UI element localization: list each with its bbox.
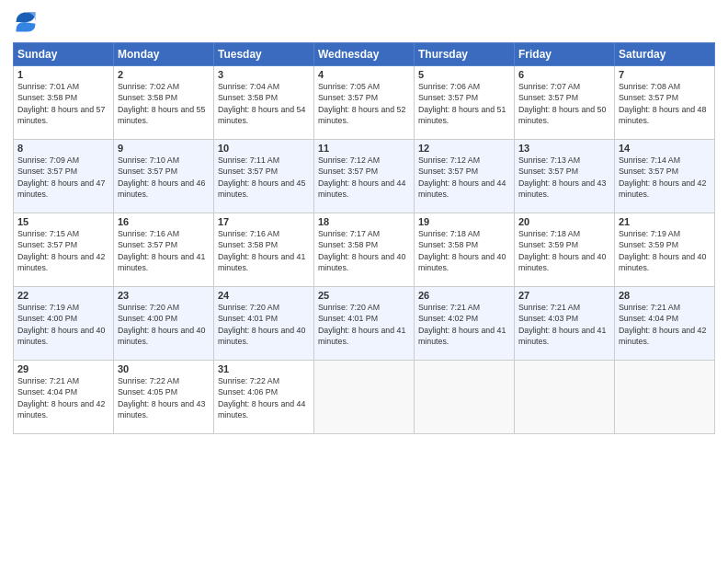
day-number: 18: [318, 216, 410, 227]
daylight: Daylight: 8 hours and 50 minutes.: [518, 105, 606, 125]
sunrise: Sunrise: 7:19 AM: [17, 303, 79, 312]
day-number: 20: [518, 216, 610, 227]
day-number: 15: [17, 216, 109, 227]
week-row-2: 8 Sunrise: 7:09 AM Sunset: 3:57 PM Dayli…: [14, 140, 715, 213]
sunrise: Sunrise: 7:12 AM: [318, 155, 380, 165]
calendar-cell: 2 Sunrise: 7:02 AM Sunset: 3:58 PM Dayli…: [114, 66, 214, 140]
calendar-table: SundayMondayTuesdayWednesdayThursdayFrid…: [13, 42, 715, 434]
sunrise: Sunrise: 7:13 AM: [518, 155, 580, 165]
sunrise: Sunrise: 7:22 AM: [218, 376, 279, 385]
sunrise: Sunrise: 7:20 AM: [118, 303, 179, 312]
sunrise: Sunrise: 7:12 AM: [418, 155, 480, 165]
day-number: 7: [619, 69, 711, 80]
logo: [13, 9, 42, 35]
calendar-cell: 31 Sunrise: 7:22 AM Sunset: 4:06 PM Dayl…: [214, 361, 314, 434]
day-number: 31: [218, 363, 310, 374]
calendar-header-sunday: Sunday: [14, 43, 114, 66]
day-info: Sunrise: 7:20 AM Sunset: 4:00 PM Dayligh…: [118, 302, 210, 347]
sunrise: Sunrise: 7:05 AM: [318, 82, 380, 91]
sunrise: Sunrise: 7:06 AM: [418, 82, 480, 91]
day-number: 19: [418, 216, 510, 227]
daylight: Daylight: 8 hours and 48 minutes.: [619, 105, 706, 125]
calendar-cell: 12 Sunrise: 7:12 AM Sunset: 3:57 PM Dayl…: [415, 140, 515, 213]
sunrise: Sunrise: 7:11 AM: [218, 155, 279, 165]
calendar-cell: 26 Sunrise: 7:21 AM Sunset: 4:02 PM Dayl…: [415, 287, 515, 361]
calendar-cell: 9 Sunrise: 7:10 AM Sunset: 3:57 PM Dayli…: [114, 140, 214, 213]
daylight: Daylight: 8 hours and 41 minutes.: [218, 252, 305, 272]
day-info: Sunrise: 7:07 AM Sunset: 3:57 PM Dayligh…: [518, 81, 610, 126]
calendar-cell: 16 Sunrise: 7:16 AM Sunset: 3:57 PM Dayl…: [114, 213, 214, 287]
day-info: Sunrise: 7:12 AM Sunset: 3:57 PM Dayligh…: [418, 155, 510, 200]
sunset: Sunset: 3:57 PM: [118, 240, 177, 249]
sunrise: Sunrise: 7:20 AM: [318, 303, 380, 312]
calendar-cell: 4 Sunrise: 7:05 AM Sunset: 3:57 PM Dayli…: [314, 66, 415, 140]
day-info: Sunrise: 7:04 AM Sunset: 3:58 PM Dayligh…: [218, 81, 310, 126]
sunrise: Sunrise: 7:18 AM: [518, 229, 580, 238]
calendar-cell: 10 Sunrise: 7:11 AM Sunset: 3:57 PM Dayl…: [214, 140, 314, 213]
sunset: Sunset: 3:58 PM: [218, 240, 278, 249]
daylight: Daylight: 8 hours and 44 minutes.: [418, 178, 506, 199]
header: [13, 9, 715, 35]
daylight: Daylight: 8 hours and 40 minutes.: [318, 252, 405, 272]
day-number: 21: [619, 216, 711, 227]
day-number: 25: [318, 290, 410, 301]
sunrise: Sunrise: 7:04 AM: [218, 82, 279, 91]
daylight: Daylight: 8 hours and 54 minutes.: [218, 105, 305, 125]
sunset: Sunset: 3:57 PM: [318, 93, 378, 102]
day-info: Sunrise: 7:19 AM Sunset: 3:59 PM Dayligh…: [619, 228, 711, 273]
day-number: 22: [17, 290, 109, 301]
day-info: Sunrise: 7:18 AM Sunset: 3:59 PM Dayligh…: [518, 228, 610, 273]
daylight: Daylight: 8 hours and 44 minutes.: [318, 178, 405, 199]
sunset: Sunset: 4:04 PM: [17, 387, 77, 396]
calendar-header-wednesday: Wednesday: [314, 43, 415, 66]
sunset: Sunset: 3:57 PM: [118, 167, 177, 176]
daylight: Daylight: 8 hours and 52 minutes.: [318, 105, 405, 125]
calendar-cell: 22 Sunrise: 7:19 AM Sunset: 4:00 PM Dayl…: [14, 287, 114, 361]
day-number: 23: [118, 290, 210, 301]
calendar-header-friday: Friday: [515, 43, 615, 66]
sunset: Sunset: 3:57 PM: [17, 240, 77, 249]
sunrise: Sunrise: 7:18 AM: [418, 229, 480, 238]
sunset: Sunset: 4:02 PM: [418, 314, 478, 323]
week-row-1: 1 Sunrise: 7:01 AM Sunset: 3:58 PM Dayli…: [14, 66, 715, 140]
day-info: Sunrise: 7:21 AM Sunset: 4:04 PM Dayligh…: [619, 302, 711, 347]
sunrise: Sunrise: 7:08 AM: [619, 82, 680, 91]
day-number: 11: [318, 143, 410, 154]
day-info: Sunrise: 7:21 AM Sunset: 4:04 PM Dayligh…: [17, 375, 109, 420]
calendar-cell: 8 Sunrise: 7:09 AM Sunset: 3:57 PM Dayli…: [14, 140, 114, 213]
day-number: 9: [118, 143, 210, 154]
sunrise: Sunrise: 7:21 AM: [17, 376, 79, 385]
logo-icon: [13, 9, 39, 35]
day-number: 17: [218, 216, 310, 227]
sunset: Sunset: 4:01 PM: [318, 314, 378, 323]
daylight: Daylight: 8 hours and 40 minutes.: [218, 326, 305, 346]
day-number: 30: [118, 363, 210, 374]
day-number: 8: [17, 143, 109, 154]
daylight: Daylight: 8 hours and 41 minutes.: [418, 326, 506, 346]
day-number: 12: [418, 143, 510, 154]
sunset: Sunset: 4:06 PM: [218, 387, 278, 396]
day-info: Sunrise: 7:01 AM Sunset: 3:58 PM Dayligh…: [17, 81, 109, 126]
day-info: Sunrise: 7:20 AM Sunset: 4:01 PM Dayligh…: [218, 302, 310, 347]
week-row-5: 29 Sunrise: 7:21 AM Sunset: 4:04 PM Dayl…: [14, 361, 715, 434]
day-number: 5: [418, 69, 510, 80]
sunset: Sunset: 4:00 PM: [17, 314, 77, 323]
daylight: Daylight: 8 hours and 45 minutes.: [218, 178, 305, 199]
day-info: Sunrise: 7:20 AM Sunset: 4:01 PM Dayligh…: [318, 302, 410, 347]
calendar-cell: 13 Sunrise: 7:13 AM Sunset: 3:57 PM Dayl…: [515, 140, 615, 213]
calendar-cell: 7 Sunrise: 7:08 AM Sunset: 3:57 PM Dayli…: [615, 66, 715, 140]
daylight: Daylight: 8 hours and 40 minutes.: [418, 252, 506, 272]
page: SundayMondayTuesdayWednesdayThursdayFrid…: [0, 0, 728, 563]
day-number: 29: [17, 363, 109, 374]
day-number: 26: [418, 290, 510, 301]
sunrise: Sunrise: 7:20 AM: [218, 303, 279, 312]
calendar-cell: 15 Sunrise: 7:15 AM Sunset: 3:57 PM Dayl…: [14, 213, 114, 287]
day-info: Sunrise: 7:11 AM Sunset: 3:57 PM Dayligh…: [218, 155, 310, 200]
sunset: Sunset: 3:57 PM: [218, 167, 278, 176]
calendar-cell: [615, 361, 715, 434]
sunset: Sunset: 3:58 PM: [17, 93, 77, 102]
sunset: Sunset: 3:57 PM: [418, 93, 478, 102]
calendar-header-saturday: Saturday: [615, 43, 715, 66]
week-row-4: 22 Sunrise: 7:19 AM Sunset: 4:00 PM Dayl…: [14, 287, 715, 361]
day-info: Sunrise: 7:17 AM Sunset: 3:58 PM Dayligh…: [318, 228, 410, 273]
